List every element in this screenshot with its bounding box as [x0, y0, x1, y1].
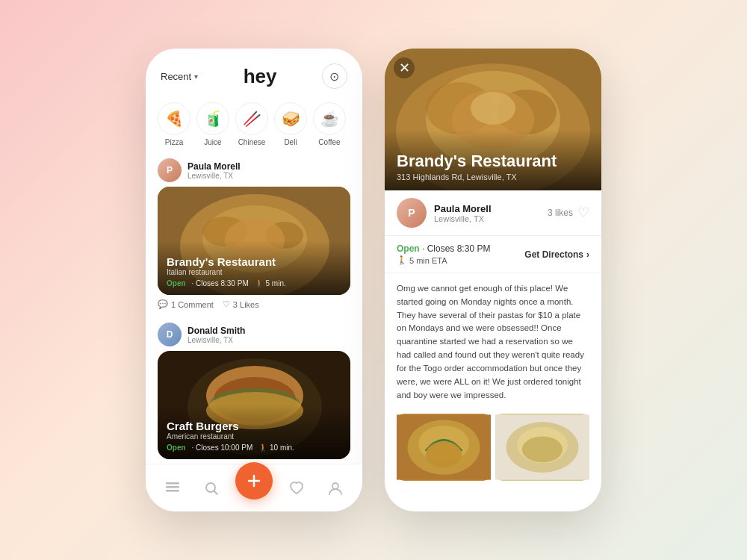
- post-actions-1: 💬 1 Comment ♡ 3 Likes: [158, 295, 350, 314]
- post-user-row-1: P Paula Morell Lewisville, TX: [158, 158, 350, 182]
- closes-text: · Closes 8:30 PM: [422, 243, 490, 254]
- post-user-info-2: Donald Smith Lewisville, TX: [187, 326, 245, 344]
- detail-likes: 3 likes ♡: [548, 205, 589, 221]
- post-card-overlay-2: Craft Burgers American restaurant Open ·…: [158, 405, 350, 459]
- eta-text: 5 min ETA: [409, 256, 447, 265]
- comment-count-1: 1 Comment: [171, 300, 214, 309]
- detail-address: 313 Highlands Rd, Lewisville, TX: [397, 172, 589, 181]
- nav-likes-button[interactable]: [282, 473, 311, 503]
- status-open-1: Open: [167, 279, 186, 287]
- chinese-icon: 🥢: [235, 102, 268, 135]
- svg-point-34: [522, 437, 562, 463]
- detail-likes-count: 3 likes: [548, 208, 573, 218]
- right-phone: ✕ Brandy's Restaurant 313 Highlands Rd, …: [385, 49, 601, 511]
- post-user-row-2: D Donald Smith Lewisville, TX: [158, 323, 350, 346]
- nav-profile-button[interactable]: [320, 473, 350, 503]
- post-item-1: P Paula Morell Lewisville, TX: [158, 158, 350, 314]
- svg-line-16: [214, 491, 218, 494]
- chevron-down-icon: ▾: [194, 72, 198, 81]
- open-status-green: Open: [397, 243, 420, 254]
- nav-feed-button[interactable]: [158, 473, 187, 503]
- detail-walk-info: 🚶 5 min ETA: [397, 255, 490, 265]
- detail-photo-2[interactable]: [495, 414, 589, 481]
- svg-rect-13: [166, 486, 179, 488]
- categories-bar: 🍕 Pizza 🧃 Juice 🥢 Chinese 🥪 Deli ☕ Coffe…: [146, 96, 362, 152]
- post-restaurant-type-1: Italian restaurant: [167, 268, 341, 276]
- juice-label: Juice: [204, 138, 221, 146]
- status-closes-1: · Closes 8:30 PM: [192, 279, 249, 287]
- status-open-2: Open: [167, 444, 186, 452]
- post-user-location-1: Lewisville, TX: [187, 172, 241, 180]
- svg-point-26: [471, 92, 515, 125]
- svg-point-19: [332, 483, 338, 489]
- nav-search-button[interactable]: [196, 473, 226, 503]
- close-icon: ✕: [399, 60, 410, 76]
- coffee-label: Coffee: [318, 138, 340, 146]
- recent-label: Recent: [161, 71, 191, 82]
- category-coffee[interactable]: ☕ Coffee: [310, 102, 349, 146]
- heart-icon-1: ♡: [223, 299, 230, 309]
- get-directions-button[interactable]: Get Directons ›: [524, 249, 589, 260]
- detail-heart-icon[interactable]: ♡: [577, 205, 589, 221]
- detail-photos: [385, 411, 601, 490]
- app-title: hey: [244, 65, 277, 88]
- detail-user-left: P Paula Morell Lewisville, TX: [397, 198, 492, 228]
- category-juice[interactable]: 🧃 Juice: [193, 102, 232, 146]
- svg-rect-14: [166, 490, 179, 492]
- feed: P Paula Morell Lewisville, TX: [146, 152, 362, 464]
- walk-icon: 🚶: [397, 255, 407, 265]
- post-restaurant-name-2: Craft Burgers: [167, 420, 341, 432]
- fab-add-button[interactable]: [235, 462, 273, 500]
- post-meta-2: Open · Closes 10:00 PM 🚶 10 min.: [167, 444, 341, 452]
- post-restaurant-type-2: American restaurant: [167, 432, 341, 441]
- status-closes-2: · Closes 10:00 PM: [192, 444, 253, 452]
- left-header: Recent ▾ hey ⊙: [146, 49, 362, 96]
- category-pizza[interactable]: 🍕 Pizza: [155, 102, 193, 146]
- deli-icon: 🥪: [274, 102, 307, 135]
- close-button[interactable]: ✕: [394, 57, 415, 78]
- post-user-info-1: Paula Morell Lewisville, TX: [187, 161, 241, 180]
- bottom-nav: [146, 464, 362, 511]
- chinese-label: Chinese: [238, 138, 266, 146]
- detail-body: P Paula Morell Lewisville, TX 3 likes ♡ …: [385, 190, 601, 511]
- recent-filter-button[interactable]: Recent ▾: [161, 71, 198, 82]
- category-chinese[interactable]: 🥢 Chinese: [232, 102, 271, 146]
- post-user-name-2: Donald Smith: [187, 326, 245, 336]
- post-item-2: D Donald Smith Lewisville, TX: [158, 323, 350, 459]
- detail-photo-1[interactable]: [397, 414, 491, 481]
- detail-user-name: Paula Morell: [434, 203, 492, 214]
- category-deli[interactable]: 🥪 Deli: [271, 102, 310, 146]
- detail-avatar: P: [397, 198, 427, 228]
- pizza-label: Pizza: [165, 138, 183, 146]
- detail-user-location: Lewisville, TX: [434, 214, 492, 223]
- detail-user-info: Paula Morell Lewisville, TX: [434, 203, 492, 223]
- comment-icon: 💬: [158, 299, 168, 309]
- detail-restaurant-name: Brandy's Restaurant: [397, 152, 589, 170]
- location-button[interactable]: ⊙: [322, 63, 347, 89]
- post-card-brandy[interactable]: Brandy's Restaurant Italian restaurant O…: [158, 187, 350, 295]
- walk-time-2: 🚶 10 min.: [258, 444, 294, 452]
- comment-button-1[interactable]: 💬 1 Comment: [158, 299, 214, 309]
- avatar-donald: D: [158, 323, 182, 346]
- post-user-name-1: Paula Morell: [187, 161, 241, 172]
- location-icon: ⊙: [329, 69, 339, 84]
- coffee-icon: ☕: [313, 102, 346, 135]
- get-directions-label: Get Directons: [524, 249, 583, 260]
- post-user-location-2: Lewisville, TX: [187, 336, 245, 344]
- post-card-overlay-1: Brandy's Restaurant Italian restaurant O…: [158, 240, 350, 295]
- chevron-right-icon: ›: [586, 249, 589, 260]
- avatar-paula: P: [158, 158, 182, 182]
- left-phone: Recent ▾ hey ⊙ 🍕 Pizza 🧃 Juice 🥢 Chinese: [146, 49, 362, 511]
- juice-icon: 🧃: [196, 102, 229, 135]
- post-restaurant-name-1: Brandy's Restaurant: [167, 255, 341, 268]
- detail-hero: ✕ Brandy's Restaurant 313 Highlands Rd, …: [385, 49, 601, 190]
- like-button-1[interactable]: ♡ 3 Likes: [223, 299, 259, 309]
- svg-rect-12: [166, 482, 179, 485]
- detail-directions-row: Open · Closes 8:30 PM 🚶 5 min ETA Get Di…: [385, 236, 601, 273]
- detail-review-text: Omg we cannot get enough of this place! …: [385, 273, 601, 411]
- svg-point-30: [426, 442, 462, 468]
- detail-open-info: Open · Closes 8:30 PM 🚶 5 min ETA: [397, 243, 490, 265]
- detail-user-row: P Paula Morell Lewisville, TX 3 likes ♡: [385, 190, 601, 236]
- detail-hero-overlay: Brandy's Restaurant 313 Highlands Rd, Le…: [385, 130, 601, 190]
- post-card-burger[interactable]: Craft Burgers American restaurant Open ·…: [158, 351, 350, 459]
